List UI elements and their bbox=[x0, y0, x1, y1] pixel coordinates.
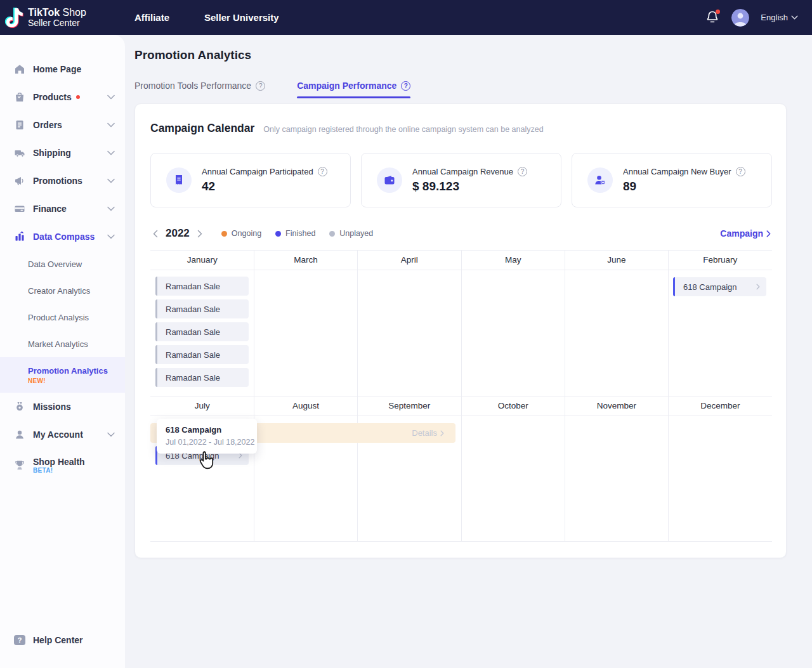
nav-link-affiliate[interactable]: Affiliate bbox=[134, 12, 169, 23]
event-ramadan-sale[interactable]: Ramadan Sale bbox=[155, 277, 249, 296]
home-icon bbox=[14, 63, 25, 75]
chevron-down-icon bbox=[107, 432, 115, 437]
sidebar-item-label: Help Center bbox=[33, 635, 83, 645]
missions-medal-icon bbox=[14, 401, 25, 412]
person-plus-icon bbox=[587, 167, 613, 193]
notification-bell-icon[interactable] bbox=[705, 10, 720, 26]
tab-campaign-performance[interactable]: Campaign Performance ? bbox=[297, 81, 410, 98]
page-title: Promotion Analytics bbox=[134, 48, 251, 62]
chevron-down-icon bbox=[107, 150, 115, 155]
question-circle-icon[interactable]: ? bbox=[256, 81, 265, 91]
promotions-megaphone-icon bbox=[14, 175, 25, 187]
sidebar-subitem-product-analysis[interactable]: Product Analysis bbox=[0, 304, 125, 331]
month-header: November bbox=[565, 396, 668, 416]
language-selector[interactable]: English bbox=[761, 13, 798, 22]
sidebar-item-promotions[interactable]: Promotions bbox=[0, 167, 125, 195]
status-bar-finished bbox=[673, 277, 675, 296]
question-circle-icon[interactable]: ? bbox=[401, 81, 410, 91]
sidebar: Home Page Products Orders Shipping Promo… bbox=[0, 35, 125, 668]
status-bar-unplayed bbox=[155, 345, 157, 364]
event-ramadan-sale[interactable]: Ramadan Sale bbox=[155, 345, 249, 364]
subitem-label: Promotion Analytics bbox=[28, 366, 108, 376]
sidebar-subitem-creator-analytics[interactable]: Creator Analytics bbox=[0, 277, 125, 304]
question-circle-icon[interactable]: ? bbox=[736, 167, 745, 176]
chevron-down-icon bbox=[107, 206, 115, 211]
sidebar-item-data-compass[interactable]: Data Compass bbox=[0, 223, 125, 251]
tiktok-note-icon bbox=[5, 6, 24, 29]
sidebar-item-finance[interactable]: Finance bbox=[0, 195, 125, 223]
status-bar-unplayed bbox=[155, 322, 157, 341]
stats-row: Annual Campaign Participated ? 42 Annual… bbox=[150, 153, 772, 207]
campaign-link[interactable]: Campaign bbox=[720, 228, 771, 239]
event-ramadan-sale[interactable]: Ramadan Sale bbox=[155, 322, 249, 341]
month-header: July bbox=[150, 396, 254, 416]
event-ramadan-sale[interactable]: Ramadan Sale bbox=[155, 299, 249, 318]
status-bar-unplayed bbox=[155, 299, 157, 318]
question-circle-icon[interactable]: ? bbox=[318, 167, 327, 176]
campaign-calendar-card: Campaign Calendar Only campaign register… bbox=[134, 103, 787, 558]
month-header: February bbox=[669, 250, 772, 270]
user-avatar[interactable] bbox=[731, 9, 749, 27]
event-ramadan-sale[interactable]: Ramadan Sale bbox=[155, 368, 249, 387]
sidebar-item-shipping[interactable]: Shipping bbox=[0, 139, 125, 167]
status-bar-unplayed bbox=[155, 368, 157, 387]
stat-annual-campaign-participated: Annual Campaign Participated ? 42 bbox=[150, 153, 351, 207]
month-header: April bbox=[358, 250, 461, 270]
sidebar-item-label: My Account bbox=[33, 429, 83, 440]
sidebar-item-label: Promotions bbox=[33, 176, 82, 186]
details-link[interactable]: Details bbox=[412, 428, 444, 438]
next-year-button[interactable] bbox=[195, 230, 205, 238]
month-header: March bbox=[254, 250, 357, 270]
orders-document-icon bbox=[14, 119, 25, 131]
year-label: 2022 bbox=[166, 227, 190, 240]
nav-link-seller-university[interactable]: Seller University bbox=[204, 12, 279, 23]
chevron-right-icon bbox=[756, 284, 760, 290]
logo-text: TikTok Shop Seller Center bbox=[28, 7, 86, 28]
sidebar-subitem-promotion-analytics[interactable]: Promotion Analytics NEW! bbox=[0, 357, 125, 393]
sidebar-item-products[interactable]: Products bbox=[0, 83, 125, 111]
sidebar-item-label: Home Page bbox=[33, 64, 81, 74]
shipping-truck-icon bbox=[14, 147, 25, 159]
logo-seller-center: Seller Center bbox=[28, 18, 86, 28]
event-618-campaign-february[interactable]: 618 Campaign bbox=[673, 277, 766, 296]
products-notification-dot bbox=[76, 95, 80, 99]
sidebar-item-help-center[interactable]: ? Help Center bbox=[0, 626, 125, 654]
tiktok-shop-logo[interactable]: TikTok Shop Seller Center bbox=[5, 6, 86, 29]
stat-label: Annual Campaign Revenue bbox=[412, 167, 513, 176]
campaign-tooltip: 618 Campaign Jul 01,2022 - Jul 18,2022 bbox=[157, 419, 257, 454]
month-header: January bbox=[150, 250, 254, 270]
sidebar-item-label: Finance bbox=[33, 204, 67, 214]
sidebar-item-home-page[interactable]: Home Page bbox=[0, 55, 125, 83]
finance-card-icon bbox=[14, 203, 25, 214]
sidebar-subitem-market-analytics[interactable]: Market Analytics bbox=[0, 331, 125, 357]
navbar-right: English bbox=[705, 9, 798, 27]
sidebar-item-my-account[interactable]: My Account bbox=[0, 421, 125, 449]
previous-year-button[interactable] bbox=[150, 230, 160, 238]
month-header: June bbox=[565, 250, 668, 270]
sidebar-item-missions[interactable]: Missions bbox=[0, 393, 125, 421]
sidebar-item-label: Shipping bbox=[33, 148, 71, 158]
chevron-right-icon bbox=[766, 230, 771, 237]
sidebar-item-label: Data Compass bbox=[33, 232, 95, 242]
stat-value: 42 bbox=[202, 180, 327, 193]
sidebar-subitem-data-overview[interactable]: Data Overview bbox=[0, 251, 125, 277]
month-header: August bbox=[254, 396, 357, 416]
legend-unplayed: Unplayed bbox=[329, 229, 373, 238]
subitem-label: Market Analytics bbox=[28, 339, 88, 349]
status-bar-unplayed bbox=[155, 277, 157, 296]
card-subtitle: Only campaign registered through the onl… bbox=[263, 125, 543, 134]
unplayed-dot bbox=[329, 231, 335, 237]
shop-health-trophy-icon bbox=[14, 459, 25, 471]
stat-value: 89 bbox=[623, 180, 745, 193]
question-circle-icon[interactable]: ? bbox=[518, 167, 527, 176]
tab-label: Promotion Tools Performance bbox=[134, 81, 251, 91]
tab-promotion-tools-performance[interactable]: Promotion Tools Performance ? bbox=[134, 81, 265, 98]
chevron-down-icon bbox=[107, 234, 115, 239]
sidebar-item-orders[interactable]: Orders bbox=[0, 111, 125, 139]
top-navbar: TikTok Shop Seller Center Affiliate Sell… bbox=[0, 0, 812, 35]
chevron-down-icon bbox=[107, 178, 115, 183]
help-center-icon: ? bbox=[14, 634, 25, 646]
logo-tiktok: TikTok bbox=[28, 7, 60, 18]
sidebar-item-shop-health[interactable]: Shop Health BETA! bbox=[0, 449, 125, 481]
tooltip-title: 618 Campaign bbox=[166, 425, 248, 435]
